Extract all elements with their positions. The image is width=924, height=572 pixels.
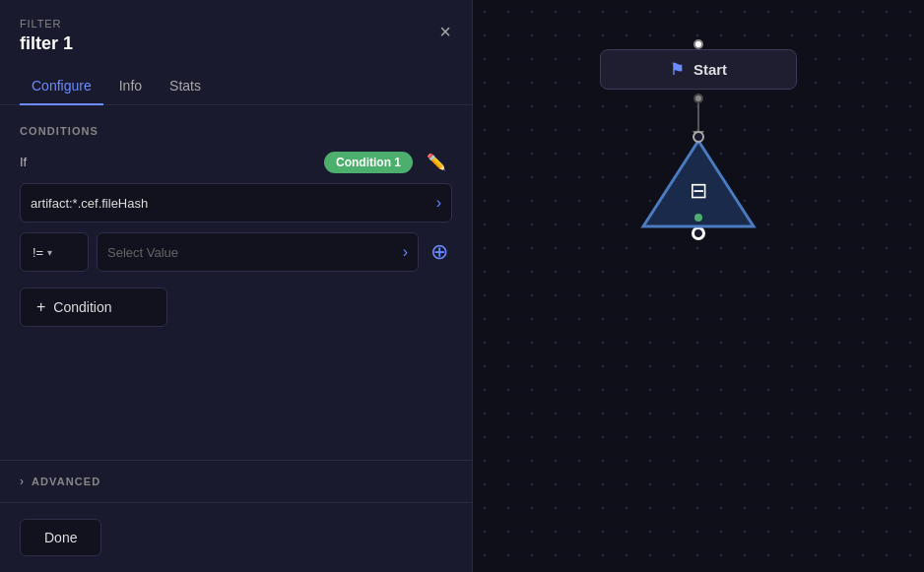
filter-title: filter 1 <box>20 33 452 54</box>
close-icon: × <box>439 21 451 43</box>
connector-dot-1 <box>693 94 703 103</box>
left-panel: FILTER filter 1 × Configure Info Stats C… <box>0 0 473 572</box>
done-label: Done <box>44 530 77 545</box>
start-label: Start <box>693 61 727 78</box>
condition-badge-row: Condition 1 ✏️ <box>324 151 452 173</box>
field-value: artifact:*.cef.fileHash <box>31 196 436 211</box>
operator-value-row: != ▾ Select Value › ⊕ <box>20 232 452 272</box>
svg-text:⊟: ⊟ <box>690 178 707 203</box>
done-button[interactable]: Done <box>20 519 101 556</box>
add-row-button[interactable]: ⊕ <box>427 239 452 265</box>
value-arrow-icon: › <box>403 243 408 261</box>
filter-triangle-container: ⊟ <box>639 137 758 230</box>
edit-condition-button[interactable]: ✏️ <box>421 151 452 173</box>
value-input[interactable]: Select Value › <box>97 232 419 272</box>
chevron-right-icon: › <box>20 475 24 488</box>
canvas: ⚑ Start ⊟ <box>473 0 924 572</box>
value-placeholder: Select Value <box>107 245 403 260</box>
tab-configure[interactable]: Configure <box>20 68 103 105</box>
tabs-bar: Configure Info Stats <box>0 68 472 105</box>
filter-label: FILTER <box>20 18 452 30</box>
tab-info[interactable]: Info <box>107 68 154 105</box>
filter-top-dot <box>693 131 704 143</box>
operator-select[interactable]: != ▾ <box>20 232 89 272</box>
plus-circle-icon: ⊕ <box>430 239 448 265</box>
chevron-down-icon: ▾ <box>47 247 52 258</box>
add-condition-label: Condition <box>53 299 111 315</box>
advanced-label: ADVANCED <box>32 476 100 487</box>
add-condition-button[interactable]: + Condition <box>20 287 167 327</box>
panel-header: FILTER filter 1 × <box>0 0 472 68</box>
filter-triangle-svg: ⊟ <box>639 137 758 230</box>
flag-icon: ⚑ <box>670 60 684 79</box>
start-top-connector <box>693 39 703 49</box>
svg-point-2 <box>694 214 702 222</box>
start-node[interactable]: ⚑ Start <box>600 49 797 90</box>
close-button[interactable]: × <box>431 18 459 45</box>
panel-body: CONDITIONS If Condition 1 ✏️ artifact:*.… <box>0 105 472 460</box>
panel-footer: Done <box>0 502 472 572</box>
condition-row-header: If Condition 1 ✏️ <box>20 151 452 173</box>
advanced-section: › ADVANCED <box>0 460 472 502</box>
connector-1 <box>693 90 704 137</box>
tab-stats[interactable]: Stats <box>158 68 213 105</box>
conditions-label: CONDITIONS <box>20 125 452 137</box>
advanced-header[interactable]: › ADVANCED <box>20 475 452 488</box>
pencil-icon: ✏️ <box>427 153 446 171</box>
filter-node[interactable]: ⊟ <box>639 137 758 250</box>
condition-badge: Condition 1 <box>324 152 413 173</box>
field-input-row[interactable]: artifact:*.cef.fileHash › <box>20 183 452 222</box>
plus-icon: + <box>36 298 45 316</box>
if-label: If <box>20 155 27 169</box>
connector-line-1 <box>697 103 699 133</box>
flow-container: ⚑ Start ⊟ <box>600 39 797 250</box>
operator-value: != <box>33 245 43 260</box>
field-arrow-icon: › <box>436 194 441 212</box>
